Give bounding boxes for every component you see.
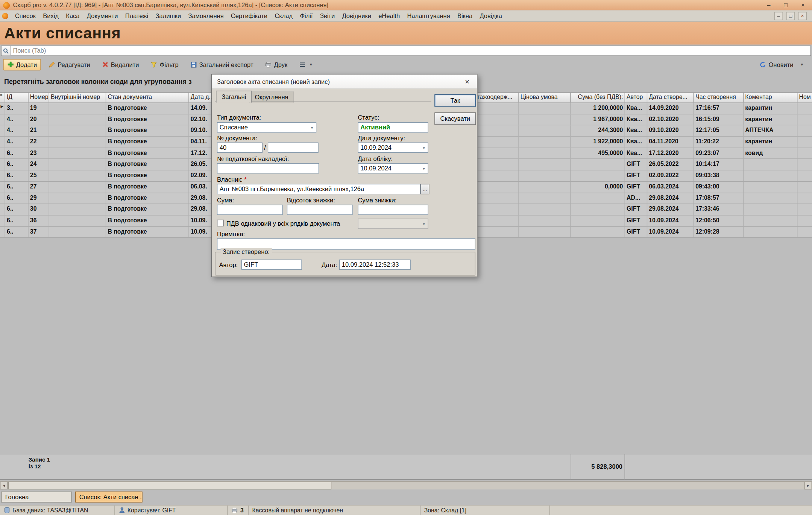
edit-button[interactable]: Редагувати (45, 59, 94, 70)
table-cell: 17:16:57 (694, 103, 744, 114)
doc-number-suffix-input[interactable] (268, 143, 319, 153)
search-input[interactable] (11, 47, 810, 55)
table-cell: Ква... (625, 103, 647, 114)
vat-checkbox[interactable] (217, 220, 224, 226)
table-cell: 29.08.2024 (647, 204, 694, 215)
column-header-created-date[interactable]: Дата створе... (647, 93, 694, 102)
scrollbar-thumb[interactable] (8, 482, 331, 490)
table-cell (744, 182, 797, 192)
search-icon[interactable] (2, 46, 11, 56)
close-button[interactable]: × (801, 2, 805, 9)
table-cell (49, 216, 106, 226)
refresh-dropdown-icon[interactable]: ▼ (800, 63, 804, 67)
cancel-button[interactable]: Скасувати (434, 112, 476, 125)
menu-item-sertyfikaty[interactable]: Сертифікати (227, 11, 271, 21)
export-button[interactable]: Загальний експорт (186, 59, 257, 70)
column-header-nom[interactable]: Ном (797, 93, 812, 102)
menu-item-vikna[interactable]: Вікна (454, 11, 476, 21)
table-cell: 27 (29, 182, 49, 192)
column-header-consignee[interactable]: тажоодерж... (475, 93, 519, 102)
delete-button[interactable]: Видалити (98, 59, 143, 70)
refresh-button[interactable]: Оновити (756, 59, 797, 70)
table-cell: GIFT (625, 159, 647, 170)
dialog-tab-rounding[interactable]: Округлення (249, 92, 294, 103)
discount-percent-input[interactable] (287, 205, 353, 215)
scroll-right-icon[interactable]: ► (804, 482, 812, 490)
filter-button[interactable]: Фільтр (147, 59, 182, 70)
chevron-down-icon[interactable]: ▼ (422, 167, 426, 170)
column-header-pricecond[interactable]: Цінова умова (519, 93, 571, 102)
mdi-close-button[interactable]: × (798, 12, 807, 20)
mdi-minimize-button[interactable]: – (774, 12, 783, 20)
mdi-restore-button[interactable]: □ (786, 12, 795, 20)
table-cell: Ква... (625, 137, 647, 147)
table-cell: В подготовке (106, 148, 189, 158)
menu-item-zalyshky[interactable]: Залишки (152, 11, 185, 21)
column-header-author[interactable]: Автор (625, 93, 647, 102)
menu-item-zamovlennia[interactable]: Замовлення (185, 11, 227, 21)
horizontal-scrollbar[interactable]: ◄ ► (0, 481, 812, 489)
table-cell: 25 (29, 170, 49, 181)
table-cell: 37 (29, 226, 49, 237)
menu-item-platezhi[interactable]: Платежі (121, 11, 152, 21)
table-cell (797, 137, 812, 147)
add-button[interactable]: Додати (3, 59, 41, 70)
view-options-button[interactable]: ▼ (295, 59, 317, 70)
tab-home[interactable]: Головна (1, 492, 72, 503)
menu-item-kasa[interactable]: Каса (62, 11, 83, 21)
scroll-left-icon[interactable]: ◄ (0, 482, 8, 490)
vat-checkbox-label[interactable]: ПДВ однаковий у всіх рядків документа (226, 220, 340, 227)
menu-item-dovidnyky[interactable]: Довідники (338, 11, 375, 21)
doc-number-input[interactable]: 40 (217, 143, 263, 153)
table-cell (519, 226, 571, 237)
column-header-id[interactable]: ІД (5, 93, 29, 102)
tax-invoice-input[interactable] (217, 163, 319, 174)
owner-input[interactable]: Апт №003 пгт.Барышевка, ул.Киевский шлях… (217, 184, 420, 194)
chevron-down-icon[interactable]: ▼ (422, 146, 426, 150)
menu-item-nalashtuvannia[interactable]: Налаштування (404, 11, 454, 21)
account-date-value: 10.09.2024 (360, 165, 392, 172)
menu-item-zvity[interactable]: Звіти (316, 11, 338, 21)
dialog-tab-general[interactable]: Загальні (216, 91, 252, 103)
menu-bar: Список Вихід Каса Документи Платежі Зали… (0, 11, 812, 22)
doc-date-picker[interactable]: 10.09.2024 ▼ (358, 143, 428, 153)
table-cell: GIFT (625, 182, 647, 192)
dialog-close-icon[interactable]: × (463, 77, 472, 86)
maximize-button[interactable]: □ (784, 2, 788, 9)
table-cell (519, 193, 571, 204)
menu-item-dovidka[interactable]: Довідка (476, 11, 506, 21)
table-cell (744, 159, 797, 170)
column-header-sum[interactable]: Сума (без ПДВ): (571, 93, 625, 102)
discount-sum-label: Сума знижки: (358, 197, 396, 204)
table-cell: В подготовке (106, 137, 189, 147)
column-header-created-time[interactable]: Час створення (694, 93, 744, 102)
doc-number-label: № документа: (217, 135, 257, 142)
column-header-number[interactable]: Номер (29, 93, 49, 102)
account-date-picker[interactable]: 10.09.2024 ▼ (358, 163, 428, 174)
vat-rate-combobox: ▼ (358, 219, 428, 229)
window-title: Скарб pro v. 4.0.2.77 [ІД: 969] - [Апт №… (13, 2, 767, 9)
menu-item-dokumenty[interactable]: Документи (83, 11, 121, 21)
doc-type-combobox[interactable]: Списание ▼ (217, 122, 316, 133)
menu-item-ehealth[interactable]: eHealth (375, 11, 404, 21)
table-cell: 02.09.2022 (647, 170, 694, 181)
chevron-down-icon[interactable]: ▼ (310, 126, 314, 129)
tab-current-list[interactable]: Список: Акти списан ... (75, 492, 143, 503)
menu-item-vykhid[interactable]: Вихід (39, 11, 62, 21)
minimize-button[interactable]: – (767, 2, 770, 9)
column-header-internal[interactable]: Внутрішній номер (49, 93, 106, 102)
ok-button[interactable]: Так (434, 94, 476, 107)
menu-item-filii[interactable]: Філії (296, 11, 316, 21)
table-cell: 36 (29, 216, 49, 226)
column-header-state[interactable]: Стан документа (106, 93, 189, 102)
column-header-comment[interactable]: Коментар (744, 93, 797, 102)
owner-browse-button[interactable]: ... (420, 184, 429, 194)
menu-item-sklad[interactable]: Склад (271, 11, 296, 21)
table-cell: 244,3000 (571, 126, 625, 136)
table-cell: 12:06:50 (694, 216, 744, 226)
print-button[interactable]: Друк (261, 59, 291, 70)
discount-sum-input[interactable] (358, 205, 428, 215)
table-cell (475, 126, 519, 136)
menu-item-spysok[interactable]: Список (11, 11, 39, 21)
sum-input[interactable] (217, 205, 283, 215)
